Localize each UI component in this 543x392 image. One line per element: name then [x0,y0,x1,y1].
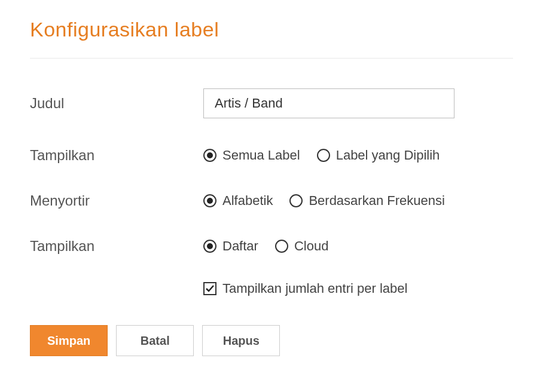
radio-icon [289,194,303,207]
config-form-container: Konfigurasikan label Judul Tampilkan Sem… [0,0,543,374]
cancel-button[interactable]: Batal [116,325,194,356]
radio-icon [317,149,330,162]
radio-icon [203,194,216,207]
radio-icon [203,240,216,253]
label-judul: Judul [30,95,203,112]
radio-label-frekuensi: Berdasarkan Frekuensi [309,193,444,209]
button-row: Simpan Batal Hapus [30,325,513,356]
delete-button[interactable]: Hapus [202,325,280,356]
row-judul: Judul [30,88,513,118]
row-tampilkan-view: Tampilkan Daftar Cloud [30,238,513,255]
radio-icon [275,240,288,253]
label-tampilkan-2: Tampilkan [30,238,203,255]
judul-input[interactable] [203,88,454,118]
page-title: Konfigurasikan label [30,18,513,59]
radio-label-alfabetik: Alfabetik [222,193,273,209]
radio-frekuensi[interactable]: Berdasarkan Frekuensi [289,193,444,209]
radio-label-daftar: Daftar [222,238,258,254]
checkmark-icon [205,284,215,293]
radio-label-cloud: Cloud [294,238,328,254]
row-checkbox-count: Tampilkan jumlah entri per label [203,281,513,296]
label-tampilkan-1: Tampilkan [30,147,203,164]
radio-label-dipilih[interactable]: Label yang Dipilih [317,148,440,163]
radio-label-dipilih-text: Label yang Dipilih [336,148,440,163]
row-tampilkan-labels: Tampilkan Semua Label Label yang Dipilih [30,147,513,164]
radio-label-semua: Semua Label [222,148,300,163]
radio-icon [203,149,216,162]
checkbox-label-count: Tampilkan jumlah entri per label [222,281,407,296]
radio-semua-label[interactable]: Semua Label [203,148,300,163]
checkbox-show-count[interactable] [203,282,216,295]
label-menyortir: Menyortir [30,192,203,209]
row-menyortir: Menyortir Alfabetik Berdasarkan Frekuens… [30,192,513,209]
radio-alfabetik[interactable]: Alfabetik [203,193,273,209]
radio-cloud[interactable]: Cloud [275,238,328,254]
save-button[interactable]: Simpan [30,325,108,356]
radio-daftar[interactable]: Daftar [203,238,258,254]
